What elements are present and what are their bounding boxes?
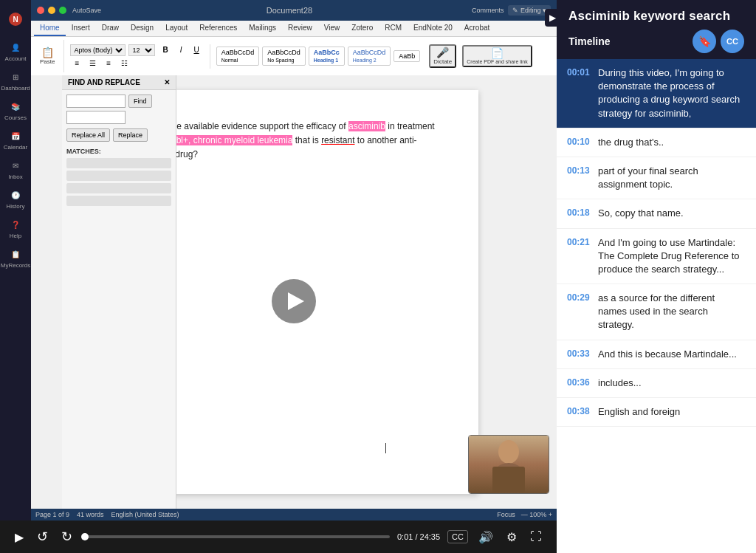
fullscreen-icon: ⛶ bbox=[530, 530, 542, 543]
transcript-entry-3[interactable]: 00:18 So, copy that name. bbox=[557, 199, 756, 228]
forward-button[interactable]: ↻ bbox=[58, 526, 75, 548]
transcript-icon-group: 🔖 CC bbox=[693, 30, 744, 53]
ribbon-buttons: 📋 Paste Aptos (Body) 12 B I U bbox=[31, 37, 557, 75]
tab-endnote[interactable]: EndNote 20 bbox=[408, 21, 458, 36]
entry-text-8: English and foreign bbox=[598, 405, 680, 419]
paste-btn[interactable]: 📋 Paste bbox=[37, 46, 58, 66]
transcript-entry-0[interactable]: 00:01 During this video, I'm going to de… bbox=[557, 59, 756, 128]
tab-review[interactable]: Review bbox=[282, 21, 318, 36]
bookmark-icon: 🔖 bbox=[698, 35, 711, 47]
nav-item-calendar[interactable]: 📅 Calendar bbox=[2, 127, 29, 154]
nav-item-dashboard[interactable]: ⊞ Dashboard bbox=[2, 68, 29, 95]
match-item-1[interactable] bbox=[66, 158, 171, 168]
zoom-controls[interactable]: — 100% + bbox=[521, 511, 552, 518]
justify-btn[interactable]: ☷ bbox=[117, 58, 132, 69]
find-replace-title: FIND AND REPLACE bbox=[68, 78, 140, 86]
align-left-btn[interactable]: ≡ bbox=[70, 58, 83, 69]
collapse-panel-button[interactable]: ▶ bbox=[545, 9, 560, 27]
align-center-btn[interactable]: ☰ bbox=[85, 58, 100, 69]
nav-item-help[interactable]: ❓ Help bbox=[2, 216, 29, 242]
nav-help-text: Help bbox=[10, 233, 21, 239]
tab-references[interactable]: References bbox=[193, 21, 243, 36]
cc-button[interactable]: CC bbox=[447, 530, 468, 543]
cc-transcript-button[interactable]: CC bbox=[721, 30, 744, 53]
transcript-entry-6[interactable]: 00:33 And this is because Martindale... bbox=[557, 340, 756, 369]
help-shape: ❓ bbox=[10, 219, 21, 231]
create-pdf-label: Create PDF and share link bbox=[467, 59, 527, 64]
nav-item-account[interactable]: N bbox=[2, 6, 29, 32]
word-titlebar: AutoSave Document28 Comments ✎ Editing ▾ bbox=[31, 0, 557, 21]
entry-time-1: 00:10 bbox=[567, 137, 591, 147]
myrecords-shape: 📋 bbox=[10, 249, 21, 261]
settings-button[interactable]: ⚙ bbox=[504, 527, 520, 547]
find-button[interactable]: Find bbox=[128, 95, 152, 108]
play-button-overlay[interactable] bbox=[272, 279, 316, 323]
tab-rcm[interactable]: RCM bbox=[379, 21, 408, 36]
webcam-person-image bbox=[469, 436, 549, 493]
replace-input[interactable] bbox=[66, 111, 126, 124]
find-replace-close[interactable]: ✕ bbox=[164, 78, 170, 86]
nav-item-account-label[interactable]: 👤 Account bbox=[2, 38, 29, 65]
font-size-select[interactable]: 12 bbox=[128, 44, 155, 56]
ribbon-tabs: Home Insert Draw Design Layout Reference… bbox=[31, 21, 557, 37]
statusbar-right: Focus — 100% + bbox=[497, 511, 552, 518]
highlight-asciminib: asciminib bbox=[348, 121, 385, 131]
tab-home[interactable]: Home bbox=[34, 21, 66, 36]
close-button[interactable] bbox=[37, 7, 44, 14]
underline-btn[interactable]: U bbox=[189, 44, 203, 55]
style-aabb[interactable]: AaBb bbox=[394, 50, 420, 62]
find-replace-header: FIND AND REPLACE ✕ bbox=[62, 75, 176, 90]
nav-item-courses[interactable]: 📚 Courses bbox=[2, 97, 29, 124]
rewind-button[interactable]: ↺ bbox=[34, 526, 51, 548]
replace-btn[interactable]: Replace bbox=[113, 128, 148, 142]
current-time: 0:01 bbox=[397, 532, 413, 541]
tab-zotero[interactable]: Zotero bbox=[346, 21, 379, 36]
tab-design[interactable]: Design bbox=[125, 21, 159, 36]
transcript-subtitle-row: Timeline 🔖 CC bbox=[568, 30, 744, 53]
comments-btn[interactable]: Comments bbox=[472, 7, 504, 14]
maximize-button[interactable] bbox=[59, 7, 66, 14]
font-family-select[interactable]: Aptos (Body) bbox=[70, 44, 126, 56]
style-heading1[interactable]: AaBbCcHeading 1 bbox=[309, 47, 345, 66]
transcript-entry-1[interactable]: 00:10 the drug that's.. bbox=[557, 128, 756, 157]
transcript-entry-4[interactable]: 00:21 And I'm going to use Martindale: T… bbox=[557, 229, 756, 285]
transcript-entry-7[interactable]: 00:36 includes... bbox=[557, 369, 756, 398]
style-normal[interactable]: AaBbCcDdNormal bbox=[216, 47, 260, 66]
replace-all-btn[interactable]: Replace All bbox=[66, 128, 110, 142]
progress-bar[interactable] bbox=[83, 535, 390, 538]
bookmark-button[interactable]: 🔖 bbox=[693, 30, 716, 53]
bold-btn[interactable]: B bbox=[158, 44, 172, 55]
style-heading2[interactable]: AaBbCcDdHeading 2 bbox=[348, 47, 391, 66]
tab-insert[interactable]: Insert bbox=[66, 21, 96, 36]
tab-acrobat[interactable]: Acrobat bbox=[458, 21, 495, 36]
create-pdf-btn[interactable]: 📄 Create PDF and share link bbox=[462, 45, 532, 67]
minimize-button[interactable] bbox=[48, 7, 55, 14]
find-input[interactable] bbox=[66, 95, 126, 108]
dictate-btn[interactable]: 🎤 Dictate bbox=[429, 44, 456, 68]
match-item-4[interactable] bbox=[66, 196, 171, 206]
match-item-2[interactable] bbox=[66, 171, 171, 181]
transcript-entry-2[interactable]: 00:13 part of your final search assignme… bbox=[557, 157, 756, 199]
play-pause-button[interactable]: ▶ bbox=[12, 527, 27, 547]
align-right-btn[interactable]: ≡ bbox=[102, 58, 115, 69]
tab-draw[interactable]: Draw bbox=[96, 21, 125, 36]
volume-button[interactable]: 🔊 bbox=[475, 527, 496, 547]
paste-label: Paste bbox=[40, 58, 55, 65]
nav-item-myrecords[interactable]: 📋 MyRecords bbox=[2, 245, 29, 272]
italic-btn[interactable]: I bbox=[176, 44, 187, 55]
tab-layout[interactable]: Layout bbox=[159, 21, 193, 36]
progress-indicator bbox=[81, 533, 89, 540]
nav-item-history[interactable]: 🕐 History bbox=[2, 186, 29, 213]
tab-view[interactable]: View bbox=[318, 21, 346, 36]
transcript-entry-5[interactable]: 00:29 as a source for the different name… bbox=[557, 284, 756, 340]
nav-item-inbox[interactable]: ✉ Inbox bbox=[2, 157, 29, 183]
fullscreen-button[interactable]: ⛶ bbox=[527, 527, 545, 546]
transcript-entry-8[interactable]: 00:38 English and foreign bbox=[557, 398, 756, 427]
style-no-spacing[interactable]: AaBbCcDdNo Spacing bbox=[262, 47, 306, 66]
match-item-3[interactable] bbox=[66, 183, 171, 193]
focus-btn[interactable]: Focus bbox=[497, 511, 515, 518]
entry-time-6: 00:33 bbox=[567, 348, 591, 359]
paragraph-row: ≡ ☰ ≡ ☷ bbox=[70, 58, 203, 69]
entry-text-5: as a source for the different names used… bbox=[598, 292, 746, 332]
tab-mailings[interactable]: Mailings bbox=[243, 21, 282, 36]
